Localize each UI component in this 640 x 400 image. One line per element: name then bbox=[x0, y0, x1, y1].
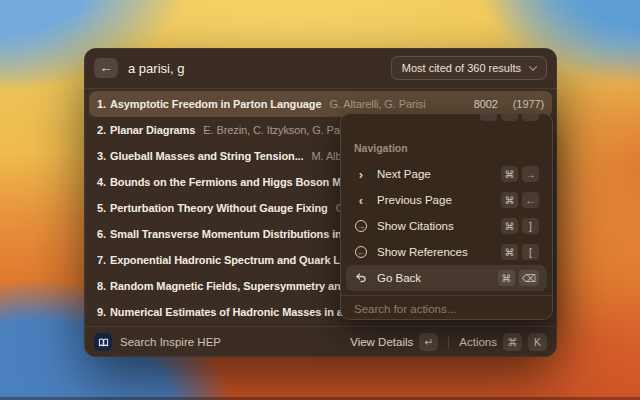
result-title: Planar Diagrams bbox=[110, 124, 195, 136]
status-bar: Search Inspire HEP View Details ↵ Action… bbox=[84, 326, 557, 357]
command-key-icon: ⌘ bbox=[503, 333, 522, 351]
search-input[interactable] bbox=[128, 61, 391, 76]
actions-search-input[interactable] bbox=[341, 296, 552, 320]
action-show-references[interactable]: ← Show References ⌘ [ bbox=[346, 239, 547, 265]
app-name: Search Inspire HEP bbox=[120, 336, 221, 348]
desktop: ← Most cited of 360 results 1. Asymptoti… bbox=[0, 0, 640, 400]
undo-arrow-icon bbox=[354, 272, 368, 284]
return-key-icon: ↵ bbox=[419, 333, 438, 351]
right-bracket-key-icon: ] bbox=[522, 218, 539, 234]
command-key-icon: ⌘ bbox=[501, 192, 518, 208]
command-key-icon: ⌘ bbox=[498, 270, 515, 286]
back-button[interactable]: ← bbox=[94, 58, 118, 78]
action-go-back[interactable]: Go Back ⌘ ⌫ bbox=[346, 265, 547, 291]
action-previous-page[interactable]: ‹ Previous Page ⌘ ← bbox=[346, 187, 547, 213]
search-bar: ← Most cited of 360 results bbox=[84, 48, 557, 88]
results-filter-dropdown[interactable]: Most cited of 360 results bbox=[391, 56, 547, 80]
key-badge bbox=[522, 113, 539, 121]
chevron-right-icon: › bbox=[354, 167, 368, 182]
clipped-action-row bbox=[346, 113, 547, 126]
actions-panel: Navigation › Next Page ⌘ → ‹ Previous Pa… bbox=[340, 113, 553, 320]
key-badge bbox=[501, 113, 518, 121]
key-badge bbox=[480, 113, 497, 121]
left-bracket-key-icon: [ bbox=[522, 244, 539, 260]
command-key-icon: ⌘ bbox=[501, 244, 518, 260]
arrow-left-circle-icon: ← bbox=[354, 246, 368, 258]
arrow-right-key-icon: → bbox=[522, 166, 539, 182]
delete-key-icon: ⌫ bbox=[519, 270, 539, 286]
dropdown-label: Most cited of 360 results bbox=[402, 62, 521, 74]
chevron-down-icon bbox=[529, 62, 537, 70]
arrow-left-key-icon: ← bbox=[522, 192, 539, 208]
action-show-citations[interactable]: → Show Citations ⌘ ] bbox=[346, 213, 547, 239]
citation-count: 8002 bbox=[464, 98, 498, 110]
result-title: Asymptotic Freedom in Parton Language bbox=[110, 98, 321, 110]
actions-button[interactable]: Actions ⌘ K bbox=[459, 333, 547, 351]
inspire-hep-icon bbox=[94, 333, 112, 351]
arrow-right-circle-icon: → bbox=[354, 220, 368, 232]
result-title: Bounds on the Fermions and Higgs Boson M… bbox=[110, 176, 374, 188]
view-details-button[interactable]: View Details ↵ bbox=[350, 333, 438, 351]
back-arrow-icon: ← bbox=[100, 58, 113, 78]
footer-divider bbox=[448, 335, 449, 349]
command-key-icon: ⌘ bbox=[501, 166, 518, 182]
section-label: Navigation bbox=[341, 142, 552, 154]
chevron-left-icon: ‹ bbox=[354, 193, 368, 208]
result-title: Glueball Masses and String Tension... bbox=[110, 150, 304, 162]
result-authors: G. Altarelli, G. Parisi bbox=[329, 98, 425, 110]
publication-year: (1977) bbox=[513, 98, 544, 110]
action-next-page[interactable]: › Next Page ⌘ → bbox=[346, 161, 547, 187]
k-key-icon: K bbox=[528, 333, 547, 351]
result-title: Perturbation Theory Without Gauge Fixing bbox=[110, 202, 328, 214]
command-key-icon: ⌘ bbox=[501, 218, 518, 234]
